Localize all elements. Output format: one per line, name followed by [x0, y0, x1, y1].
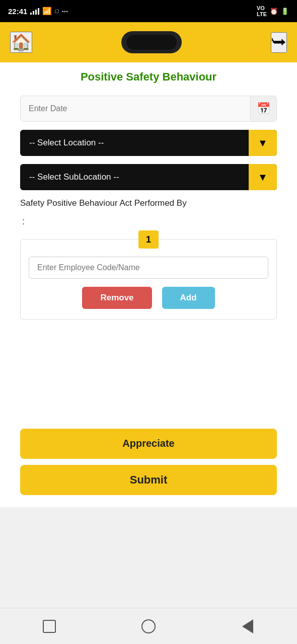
home-icon: 🏠 — [11, 33, 31, 51]
performed-by-label: Safety Positive Behaviour Act Performed … — [20, 198, 277, 208]
logo-image — [126, 35, 177, 50]
signal-icon — [30, 8, 39, 15]
status-bar: 22:41 📶 □ ··· VOLTE ⏰ 🔋 — [0, 0, 297, 22]
sublocation-dropdown-arrow-button[interactable]: ▼ — [249, 164, 277, 190]
status-right: VOLTE ⏰ 🔋 — [257, 5, 289, 17]
chevron-down-icon: ▼ — [258, 137, 268, 149]
square-icon — [43, 620, 56, 633]
performer-box: 1 Remove Add — [20, 239, 277, 319]
colon-indicator: : — [20, 216, 277, 227]
location-dropdown-arrow-button[interactable]: ▼ — [249, 130, 277, 156]
app-bar: 🏠 ⮩ — [0, 22, 297, 62]
calendar-icon: 📅 — [257, 102, 270, 115]
nav-bar — [0, 608, 297, 644]
logout-button[interactable]: ⮩ — [271, 32, 287, 53]
location-dropdown[interactable]: -- Select Location -- ▼ — [20, 130, 277, 156]
sublocation-dropdown[interactable]: -- Select SubLocation -- ▼ — [20, 164, 277, 190]
volte-icon: VOLTE — [257, 5, 267, 17]
sublocation-dropdown-label: -- Select SubLocation -- — [20, 172, 249, 182]
battery-icon: 🔋 — [281, 8, 289, 15]
nav-square-button[interactable] — [38, 615, 60, 637]
add-button[interactable]: Add — [162, 287, 215, 309]
employee-input[interactable] — [29, 257, 268, 279]
form-area: 📅 -- Select Location -- ▼ -- Select SubL… — [0, 88, 297, 429]
logout-icon: ⮩ — [272, 35, 286, 51]
calendar-button[interactable]: 📅 — [250, 96, 276, 122]
performer-content: 1 Remove Add — [21, 239, 276, 319]
appreciate-button[interactable]: Appreciate — [20, 429, 277, 459]
sim-icon: □ — [55, 8, 58, 15]
circle-icon — [141, 619, 156, 633]
page-title-bar: Positive Safety Behaviour — [0, 62, 297, 88]
more-icon: ··· — [62, 7, 68, 16]
status-time: 22:41 📶 □ ··· — [8, 7, 68, 16]
nav-back-button[interactable] — [237, 615, 259, 637]
entry-number-badge: 1 — [138, 230, 159, 249]
wifi-icon: 📶 — [42, 7, 52, 16]
page-title: Positive Safety Behaviour — [0, 70, 297, 84]
back-icon — [242, 619, 253, 633]
company-logo — [121, 31, 182, 53]
nav-home-button[interactable] — [137, 615, 160, 637]
submit-button[interactable]: Submit — [20, 465, 277, 495]
spacer — [0, 507, 297, 608]
date-field-row: 📅 — [20, 96, 277, 122]
remove-button[interactable]: Remove — [82, 287, 152, 309]
home-button[interactable]: 🏠 — [10, 32, 32, 53]
action-row: Remove Add — [29, 287, 268, 309]
alarm-icon: ⏰ — [270, 8, 278, 15]
chevron-down-icon-2: ▼ — [258, 172, 268, 183]
location-dropdown-label: -- Select Location -- — [20, 138, 249, 148]
bottom-buttons: Appreciate Submit — [0, 429, 297, 507]
date-input[interactable] — [21, 104, 250, 113]
